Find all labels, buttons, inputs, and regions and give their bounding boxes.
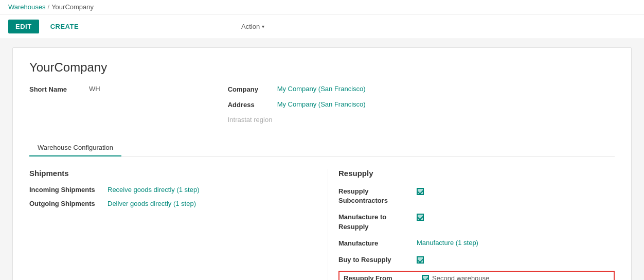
manufacture-value[interactable]: Manufacture (1 step) (417, 239, 478, 247)
resupply-from-label: Resupply From (344, 274, 416, 280)
breadcrumb-current: YourCompany (51, 3, 94, 11)
resupply-subcontractors-row: ResupplySubcontractors (338, 186, 615, 206)
manufacture-to-resupply-checkbox[interactable] (417, 214, 424, 221)
incoming-shipments-row: Incoming Shipments Receive goods directl… (29, 186, 307, 194)
tab-warehouse-configuration[interactable]: Warehouse Configuration (29, 139, 121, 156)
intrastat-label: Intrastat region (228, 116, 273, 124)
toolbar: EDIT CREATE Action ▾ (0, 14, 644, 39)
short-name-label: Short Name (29, 85, 81, 93)
company-label: Company (228, 85, 269, 93)
manufacture-to-resupply-label: Manufacture toResupply (338, 213, 410, 231)
edit-button[interactable]: EDIT (8, 20, 39, 33)
short-name-row: Short Name WH (29, 85, 100, 96)
resupply-subcontractors-checkbox[interactable] (417, 188, 424, 195)
incoming-shipments-label: Incoming Shipments (29, 186, 101, 194)
outgoing-shipments-row: Outgoing Shipments Deliver goods directl… (29, 200, 307, 207)
intrastat-row: Intrastat region (228, 116, 366, 127)
config-right: Resupply ResupplySubcontractors Manufact… (328, 169, 615, 280)
field-group-left: Short Name WH (29, 85, 100, 127)
shipments-section-title: Shipments (29, 169, 307, 178)
breadcrumb-parent[interactable]: Warehouses (8, 3, 46, 11)
address-label: Address (228, 100, 269, 109)
main-content: YourCompany Short Name WH Company My Com… (0, 39, 644, 280)
manufacture-to-resupply-row: Manufacture toResupply (338, 212, 615, 232)
resupply-from-row: Resupply From Second warehouse (338, 271, 615, 280)
manufacture-row: Manufacture Manufacture (1 step) (338, 238, 615, 249)
manufacture-label: Manufacture (338, 239, 410, 248)
breadcrumb-bar: Warehouses / YourCompany (0, 0, 644, 14)
buy-to-resupply-label: Buy to Resupply (338, 255, 410, 265)
form-title: YourCompany (29, 60, 615, 75)
action-button[interactable]: Action ▾ (234, 20, 272, 33)
tabs-bar: Warehouse Configuration (29, 139, 615, 156)
field-group-right: Company My Company (San Francisco) Addre… (228, 85, 366, 127)
form-card: YourCompany Short Name WH Company My Com… (12, 47, 632, 280)
resupply-section-title: Resupply (338, 169, 615, 178)
address-row: Address My Company (San Francisco) (228, 100, 366, 112)
incoming-shipments-value[interactable]: Receive goods directly (1 step) (108, 186, 199, 194)
buy-to-resupply-row: Buy to Resupply (338, 254, 615, 266)
short-name-value: WH (89, 85, 100, 93)
form-fields: Short Name WH Company My Company (San Fr… (29, 85, 615, 127)
resupply-from-checkbox[interactable] (422, 275, 429, 280)
company-value[interactable]: My Company (San Francisco) (277, 85, 366, 93)
buy-to-resupply-checkbox[interactable] (417, 256, 424, 264)
resupply-from-value-container: Second warehouse (422, 274, 489, 280)
chevron-down-icon: ▾ (262, 24, 264, 29)
resupply-subcontractors-label: ResupplySubcontractors (338, 187, 410, 205)
create-button[interactable]: CREATE (43, 20, 86, 33)
address-value[interactable]: My Company (San Francisco) (277, 100, 366, 108)
breadcrumb-separator: / (48, 3, 50, 11)
outgoing-shipments-label: Outgoing Shipments (29, 200, 101, 207)
outgoing-shipments-value[interactable]: Deliver goods directly (1 step) (108, 200, 196, 207)
config-columns: Shipments Incoming Shipments Receive goo… (29, 169, 615, 280)
action-label: Action (241, 23, 260, 30)
config-left: Shipments Incoming Shipments Receive goo… (29, 169, 328, 280)
resupply-from-warehouse: Second warehouse (432, 274, 489, 280)
company-row: Company My Company (San Francisco) (228, 85, 366, 96)
